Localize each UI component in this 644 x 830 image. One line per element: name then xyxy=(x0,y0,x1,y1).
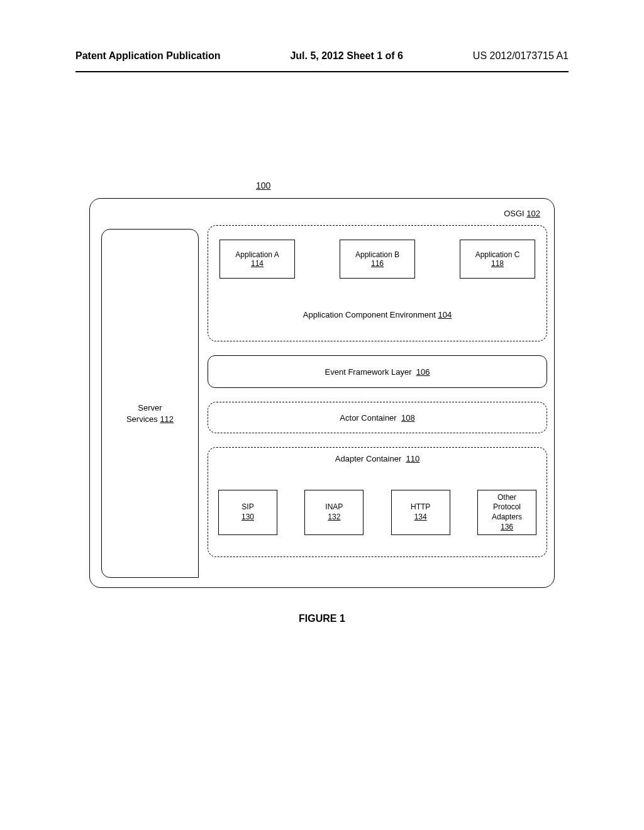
application-c-box: Application C 118 xyxy=(460,240,535,279)
app-env-text: Application Component Environment xyxy=(303,310,436,319)
adapter-sip-box: SIP 130 xyxy=(218,490,277,535)
app-b-num: 116 xyxy=(340,259,414,268)
osgi-outer-box: OSGI 102 Server Services 112 Application… xyxy=(89,198,555,588)
adapter-other-label1: Other xyxy=(478,493,536,503)
adapter-other-num: 136 xyxy=(478,523,536,533)
header-center: Jul. 5, 2012 Sheet 1 of 6 xyxy=(290,50,403,62)
adapter-sip-num: 130 xyxy=(219,512,277,523)
figure-caption: FIGURE 1 xyxy=(89,613,555,624)
adapter-container-label: Adapter Container xyxy=(335,454,402,463)
adapter-row: SIP 130 INAP 132 HTTP 134 Other Protocol xyxy=(218,490,536,535)
adapter-http-label: HTTP xyxy=(392,502,450,512)
adapter-other-label2: Protocol xyxy=(478,502,536,512)
header-left: Patent Application Publication xyxy=(75,50,221,62)
application-b-box: Application B 116 xyxy=(340,240,415,279)
app-b-label: Application B xyxy=(340,250,414,259)
app-c-num: 118 xyxy=(460,259,535,268)
adapter-inap-box: INAP 132 xyxy=(304,490,364,535)
event-framework-label: Event Framework Layer xyxy=(325,367,412,377)
application-row: Application A 114 Application B 116 Appl… xyxy=(219,240,535,279)
osgi-num: 102 xyxy=(526,209,540,218)
adapter-http-num: 134 xyxy=(392,512,450,523)
actor-container-label: Actor Container xyxy=(340,413,396,423)
application-environment-box: Application A 114 Application B 116 Appl… xyxy=(208,225,547,341)
event-framework-num: 106 xyxy=(416,367,430,377)
server-services-num: 112 xyxy=(160,414,174,424)
app-env-label: Application Component Environment 104 xyxy=(219,310,535,319)
osgi-label: OSGI 102 xyxy=(504,209,540,218)
adapter-container-box: Adapter Container 110 SIP 130 INAP 132 H… xyxy=(208,447,547,557)
app-c-label: Application C xyxy=(460,250,535,259)
header-divider xyxy=(75,71,569,72)
page-header: Patent Application Publication Jul. 5, 2… xyxy=(0,0,644,68)
actor-container-box: Actor Container 108 xyxy=(208,402,547,433)
event-framework-box: Event Framework Layer 106 xyxy=(208,355,547,388)
actor-container-num: 108 xyxy=(401,413,415,423)
adapter-inap-num: 132 xyxy=(305,512,363,523)
adapter-container-num: 110 xyxy=(406,454,420,463)
osgi-text: OSGI xyxy=(504,209,525,218)
header-right: US 2012/0173715 A1 xyxy=(473,50,569,62)
figure-area: 100 OSGI 102 Server Services 112 Applica… xyxy=(89,198,555,624)
adapter-sip-label: SIP xyxy=(219,502,277,512)
ref-100: 100 xyxy=(256,180,270,191)
app-env-num: 104 xyxy=(438,310,452,319)
adapter-http-box: HTTP 134 xyxy=(391,490,450,535)
server-services-label2: Services xyxy=(126,414,158,424)
adapter-container-label-row: Adapter Container 110 xyxy=(218,454,536,463)
adapter-inap-label: INAP xyxy=(305,502,363,512)
right-stack: Application A 114 Application B 116 Appl… xyxy=(208,225,547,557)
adapter-other-label3: Adapters xyxy=(478,512,536,523)
adapter-other-box: Other Protocol Adapters 136 xyxy=(477,490,536,535)
server-services-box: Server Services 112 xyxy=(101,229,199,578)
app-a-label: Application A xyxy=(220,250,294,259)
server-services-text: Server Services 112 xyxy=(102,402,198,425)
app-a-num: 114 xyxy=(220,259,294,268)
server-services-label1: Server xyxy=(138,403,162,412)
application-a-box: Application A 114 xyxy=(219,240,295,279)
